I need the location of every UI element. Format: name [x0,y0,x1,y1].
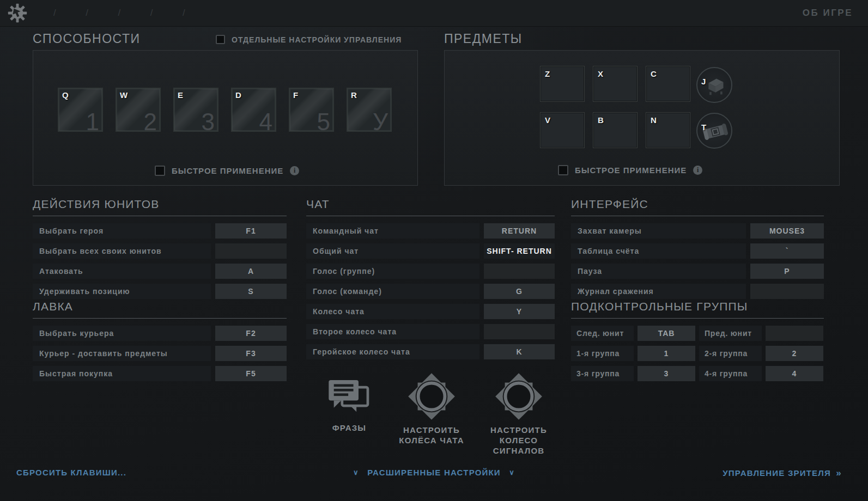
ability-slot-number: 1 [86,110,99,134]
item-slot[interactable]: V [540,112,585,148]
item-slot[interactable]: C [646,66,690,102]
binding-key-button[interactable]: MOUSE3 [750,223,824,239]
ability-slot[interactable]: W 2 [116,88,161,132]
items-quickcast-row: БЫСТРОЕ ПРИМЕНЕНИЕ i [558,165,702,175]
binding-key-button[interactable]: SHIFT- RETURN [484,243,555,259]
abilities-quickcast-checkbox[interactable] [155,166,165,176]
separate-controls-checkbox[interactable] [216,35,225,44]
binding-row: Журнал сражения [571,284,824,299]
info-icon[interactable]: i [290,166,299,175]
stash-slot[interactable]: J [696,67,732,103]
binding-key-button[interactable]: 4 [766,366,823,381]
ability-slot-number: 2 [144,110,157,134]
binding-key-button[interactable] [750,284,824,299]
ping-wheel-button[interactable]: НАСТРОИТЬ КОЛЕСО СИГНАЛОВ [484,372,553,456]
chat-bubbles-icon [327,379,371,415]
item-hotkey-label: Z [545,69,550,78]
ability-hotkey-label: D [235,90,241,100]
binding-key-button[interactable]: A [215,264,287,279]
phrases-button[interactable]: ФРАЗЫ [319,379,379,433]
binding-label: Выбрать курьера [33,326,211,341]
items-quickcast-label: БЫСТРОЕ ПРИМЕНЕНИЕ [575,166,687,175]
advanced-settings-label: РАСШИРЕННЫЕ НАСТРОЙКИ [367,468,501,477]
item-slot[interactable]: Z [540,66,585,102]
settings-gear-icon[interactable] [7,2,28,24]
binding-rows: Командный чат RETURN Общий чат SHIFT- RE… [306,223,555,359]
item-hotkey-label: C [651,69,657,78]
gear-icon [8,3,27,23]
stash-hotkey-label: J [701,77,706,86]
nav-about-game[interactable]: ОБ ИГРЕ [803,8,853,19]
binding-label: Журнал сражения [571,284,746,299]
binding-row: Выбрать героя F1 [33,223,287,239]
binding-key-button[interactable]: 1 [638,346,695,361]
chevron-down-icon: ∨ [509,468,515,476]
binding-row: Курьер - доставить предметы F3 [33,346,287,361]
binding-key-button[interactable]: ` [750,243,824,259]
dota-settings-page: ОБ ИГРЕ СПОСОБНОСТИ ОТДЕЛЬНЫЕ НАСТРОЙКИ … [0,0,868,501]
chat-wheels-button[interactable]: НАСТРОИТЬ КОЛЁСА ЧАТА [397,372,466,445]
nav-tab[interactable] [39,8,71,19]
tp-scroll-icon [700,116,731,148]
binding-row: Таблица счёта ` [571,243,824,259]
binding-key-button[interactable]: S [215,284,287,299]
binding-label: Пауза [571,264,746,279]
nav-tab[interactable] [104,8,136,19]
binding-row: Быстрая покупка F5 [33,366,287,381]
nav-tab[interactable] [136,8,168,19]
ability-slot[interactable]: F 5 [289,88,334,132]
binding-label: 4-я группа [699,366,762,381]
binding-label: Командный чат [306,223,479,239]
tp-scroll-slot[interactable]: T [696,113,732,149]
binding-label: Голос (группе) [306,264,479,279]
binding-key-button[interactable] [484,324,555,339]
binding-label: Атаковать [33,264,211,279]
binding-key-button[interactable]: 2 [766,346,823,361]
section-unit-actions: ДЕЙСТВИЯ ЮНИТОВ Выбрать героя F1 Выбрать… [33,198,287,304]
binding-row: Командный чат RETURN [306,223,555,239]
binding-row: Голос (группе) [306,264,555,279]
ability-slot[interactable]: R У [347,88,392,132]
items-quickcast-checkbox[interactable] [558,165,568,175]
ability-hotkey-label: F [293,90,298,100]
double-chevron-right-icon: » [836,468,842,478]
binding-key-button[interactable]: TAB [638,326,695,341]
items-panel: Z X C V B N [444,50,840,186]
binding-key-button[interactable]: K [484,344,555,359]
binding-label: Захват камеры [571,223,746,239]
binding-key-button[interactable]: F5 [215,366,287,381]
binding-label: 2-я группа [699,346,762,361]
ability-hotkey-label: E [178,90,183,100]
binding-key-button[interactable] [484,264,555,279]
item-slot[interactable]: X [593,66,638,102]
binding-key-button[interactable]: RETURN [484,223,555,239]
item-slot[interactable]: B [593,112,638,148]
section-title: ЧАТ [306,198,555,216]
binding-key-button[interactable]: P [750,264,824,279]
ability-hotkey-label: W [120,90,128,100]
ability-slot[interactable]: E 3 [173,88,218,132]
binding-key-button[interactable]: F3 [215,346,287,361]
binding-rows: Захват камеры MOUSE3 Таблица счёта ` Пау… [571,223,824,299]
item-slot[interactable]: N [646,112,690,148]
binding-key-button[interactable]: Y [484,304,555,319]
ability-slot[interactable]: D 4 [231,88,276,132]
info-icon[interactable]: i [693,166,702,175]
ability-slot[interactable]: Q 1 [58,88,103,132]
binding-row: Захват камеры MOUSE3 [571,223,824,239]
item-hotkey-label: X [598,69,603,78]
item-hotkey-label: V [545,115,550,125]
binding-key-button[interactable] [215,243,287,259]
binding-key-button[interactable]: G [484,284,555,299]
nav-tab[interactable] [168,8,201,19]
binding-row-pair: 3-я группа 3 4-я группа 4 [571,366,824,381]
binding-key-button[interactable]: F2 [215,326,287,341]
binding-key-button[interactable]: F1 [215,223,287,239]
binding-rows: Выбрать героя F1 Выбрать всех своих юнит… [33,223,287,299]
binding-key-button[interactable]: 3 [638,366,695,381]
ability-slot-number: 4 [259,110,272,134]
nav-tab[interactable] [71,8,104,19]
spectator-controls-link[interactable]: УПРАВЛЕНИЕ ЗРИТЕЛЯ » [723,468,842,479]
binding-key-button[interactable] [766,326,823,341]
binding-label: Голос (команде) [306,284,479,299]
